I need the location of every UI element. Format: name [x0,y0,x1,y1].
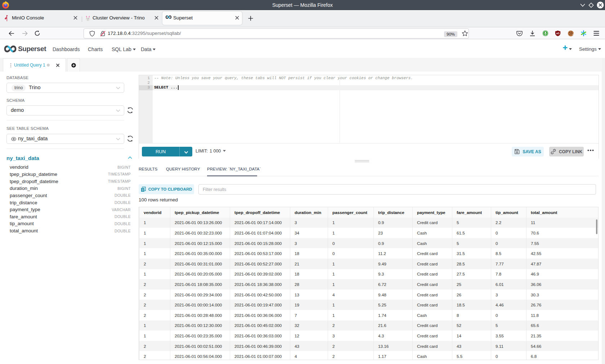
svg-text:uO: uO [556,32,559,35]
